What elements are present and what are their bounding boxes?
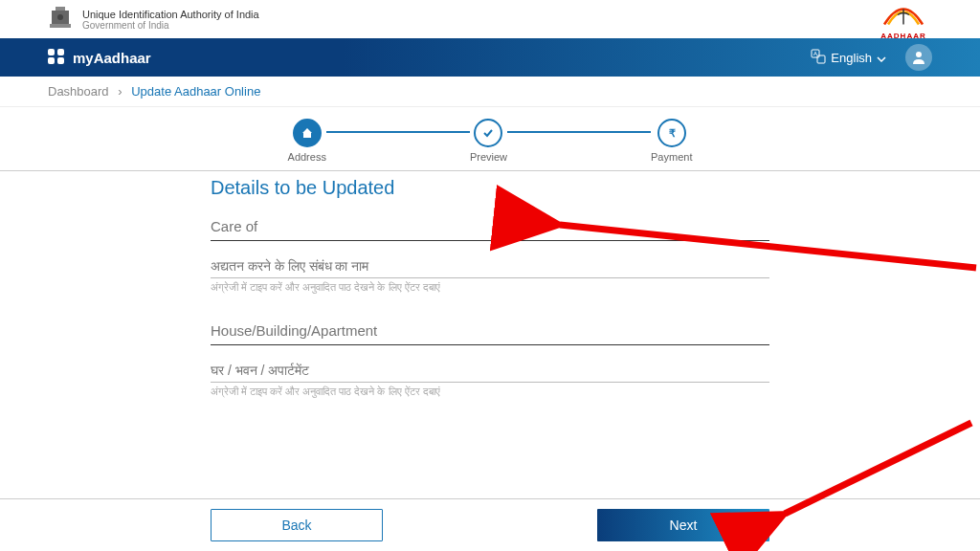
svg-rect-0 <box>56 7 65 11</box>
breadcrumb-separator-icon: › <box>118 84 122 99</box>
next-button[interactable]: Next <box>597 509 769 541</box>
section-title: Details to be Updated <box>211 171 769 216</box>
step-address-label: Address <box>288 151 326 163</box>
nav-bar: myAadhaar A English <box>0 38 980 77</box>
svg-point-3 <box>57 14 63 20</box>
stepper: Address Preview ₹ Payment <box>0 107 980 170</box>
house-helper: अंग्रेजी में टाइप करें और अनुवादित पाठ द… <box>211 386 769 398</box>
step-preview-label: Preview <box>470 151 507 163</box>
step-address: Address <box>288 119 326 163</box>
aadhaar-logo-text: AADHAAR <box>875 32 932 40</box>
back-button[interactable]: Back <box>211 509 383 541</box>
apps-icon[interactable] <box>48 49 65 66</box>
breadcrumb-current: Update Aadhaar Online <box>131 84 260 99</box>
svg-rect-5 <box>817 55 825 63</box>
language-label: English <box>831 51 872 65</box>
care-of-field-group: अंग्रेजी में टाइप करें और अनुवादित पाठ द… <box>211 216 769 294</box>
translate-icon: A <box>811 49 826 67</box>
breadcrumb-dashboard[interactable]: Dashboard <box>48 84 109 99</box>
form-area: Details to be Updated अंग्रेजी में टाइप … <box>0 171 980 398</box>
care-of-hindi-input[interactable] <box>211 256 769 276</box>
top-header: Unique Identification Authority of India… <box>0 0 980 38</box>
aadhaar-logo: AADHAAR <box>875 0 932 40</box>
step-connector <box>507 131 651 133</box>
home-icon <box>293 119 322 147</box>
rupee-icon: ₹ <box>657 119 686 147</box>
footer-bar: Back Next <box>0 498 980 551</box>
breadcrumb: Dashboard › Update Aadhaar Online <box>0 77 980 107</box>
india-emblem-icon <box>48 5 73 33</box>
svg-text:A: A <box>813 51 817 56</box>
nav-title: myAadhaar <box>73 50 811 66</box>
org-text-block: Unique Identification Authority of India… <box>82 9 875 31</box>
care-of-input[interactable] <box>211 216 769 236</box>
svg-text:₹: ₹ <box>669 127 676 139</box>
step-payment: ₹ Payment <box>651 119 692 163</box>
chevron-down-icon <box>877 51 886 65</box>
step-preview: Preview <box>470 119 507 163</box>
org-title: Unique Identification Authority of India <box>82 9 875 20</box>
language-selector[interactable]: A English <box>811 49 886 67</box>
svg-point-7 <box>916 52 922 57</box>
svg-rect-2 <box>50 24 71 28</box>
care-of-helper: अंग्रेजी में टाइप करें और अनुवादित पाठ द… <box>211 281 769 294</box>
house-input[interactable] <box>211 320 769 341</box>
org-subtitle: Government of India <box>82 20 875 31</box>
house-hindi-input[interactable] <box>211 361 769 380</box>
user-avatar-icon[interactable] <box>905 44 932 71</box>
house-field-group: अंग्रेजी में टाइप करें और अनुवादित पाठ द… <box>211 320 769 398</box>
check-icon <box>474 119 502 147</box>
step-payment-label: Payment <box>651 151 692 163</box>
step-connector <box>326 131 470 133</box>
